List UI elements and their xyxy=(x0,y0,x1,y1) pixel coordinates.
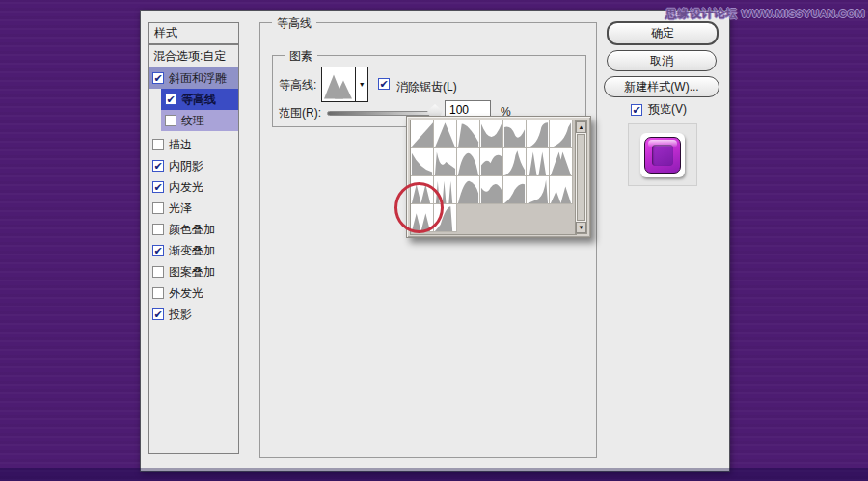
cancel-button[interactable]: 取消 xyxy=(607,50,717,71)
layer-style-dialog: 样式 混合选项:自定 ✔斜面和浮雕✔等高线纹理描边✔内阴影✔内发光光泽颜色叠加✔… xyxy=(140,10,730,472)
style-checkbox[interactable]: ✔ xyxy=(152,308,164,320)
style-checkbox[interactable] xyxy=(152,139,164,150)
style-item-5[interactable]: ✔内发光 xyxy=(149,179,238,195)
ok-button-label: 确定 xyxy=(651,25,674,41)
styles-panel-title-label: 样式 xyxy=(154,25,177,41)
scroll-up-icon[interactable]: ▲ xyxy=(576,121,586,133)
contour-preset-dropdown[interactable]: ▼ xyxy=(321,67,368,102)
style-item-6[interactable]: 光泽 xyxy=(149,200,238,216)
style-item-label: 等高线 xyxy=(181,92,216,108)
style-item-label: 光泽 xyxy=(169,200,192,217)
style-item-label: 内阴影 xyxy=(169,158,203,174)
style-item-label: 描边 xyxy=(169,137,192,153)
style-item-4[interactable]: ✔内阴影 xyxy=(149,158,238,174)
style-checkbox[interactable]: ✔ xyxy=(152,72,164,84)
site-watermark: 思缘设计论坛 WWW.MISSYUAN.COM xyxy=(665,6,865,22)
elements-group-title: 图素 xyxy=(285,48,317,65)
contour-preset-10[interactable] xyxy=(480,148,503,176)
style-item-label: 斜面和浮雕 xyxy=(169,70,227,87)
scrollbar-thumb[interactable] xyxy=(577,134,585,221)
watermark-site-name: 思缘设计论坛 xyxy=(665,7,738,20)
contour-preset-1[interactable] xyxy=(434,120,457,148)
contour-field-label: 等高线: xyxy=(279,77,316,94)
chevron-down-icon[interactable]: ▼ xyxy=(355,67,367,101)
contour-thumbnail[interactable] xyxy=(322,67,355,101)
styled-button-preview xyxy=(644,137,681,174)
contour-preset-17[interactable] xyxy=(480,176,503,204)
contour-preset-18[interactable] xyxy=(503,176,527,204)
contour-group-title: 等高线 xyxy=(272,15,316,32)
style-checkbox[interactable] xyxy=(152,287,164,299)
style-checkbox[interactable] xyxy=(152,224,164,235)
contour-preset-7[interactable] xyxy=(411,148,434,176)
blending-options-item[interactable]: 混合选项:自定 xyxy=(149,45,238,67)
range-field-label: 范围(R): xyxy=(279,105,321,121)
style-item-label: 图案叠加 xyxy=(169,264,215,281)
contour-preset-16[interactable] xyxy=(457,176,480,204)
preview-tile xyxy=(640,133,685,177)
style-checkbox[interactable] xyxy=(165,115,176,126)
styles-list: 混合选项:自定 ✔斜面和浮雕✔等高线纹理描边✔内阴影✔内发光光泽颜色叠加✔渐变叠… xyxy=(148,44,239,454)
antialias-label: 消除锯齿(L) xyxy=(396,79,457,95)
style-item-10[interactable]: 外发光 xyxy=(149,285,238,301)
style-item-1[interactable]: ✔等高线 xyxy=(161,89,238,110)
contour-preset-2[interactable] xyxy=(457,120,480,148)
contour-preset-6[interactable] xyxy=(550,120,573,148)
style-item-9[interactable]: 图案叠加 xyxy=(149,264,238,280)
antialias-checkbox[interactable]: ✔ xyxy=(378,78,390,90)
contour-groupbox: 等高线 图素 等高线: ▼ ✔ 消除锯齿(L) 范围(R): % xyxy=(259,22,597,458)
style-item-7[interactable]: 颜色叠加 xyxy=(149,222,238,237)
preview-swatch-panel xyxy=(628,123,697,186)
contour-preset-19[interactable] xyxy=(527,176,550,204)
style-item-11[interactable]: ✔投影 xyxy=(149,307,238,322)
contour-preset-12[interactable] xyxy=(527,148,550,176)
contour-preset-13[interactable] xyxy=(550,148,573,176)
style-checkbox[interactable]: ✔ xyxy=(152,181,164,193)
style-item-label: 渐变叠加 xyxy=(169,243,215,259)
style-item-label: 内发光 xyxy=(169,179,203,196)
new-style-button-label: 新建样式(W)... xyxy=(624,79,698,95)
contour-preset-11[interactable] xyxy=(503,148,527,176)
ok-button[interactable]: 确定 xyxy=(607,21,719,45)
watermark-site-url: WWW.MISSYUAN.COM xyxy=(742,8,865,19)
cancel-button-label: 取消 xyxy=(650,53,673,69)
blending-options-label: 混合选项:自定 xyxy=(153,48,226,65)
style-checkbox[interactable]: ✔ xyxy=(152,245,164,256)
style-item-label: 外发光 xyxy=(169,285,203,302)
style-item-label: 颜色叠加 xyxy=(169,222,215,238)
annotation-circle xyxy=(394,182,444,233)
style-checkbox[interactable]: ✔ xyxy=(152,160,164,172)
contour-preset-0[interactable] xyxy=(411,120,434,148)
style-checkbox[interactable] xyxy=(152,266,164,278)
style-item-2[interactable]: 纹理 xyxy=(161,110,238,131)
contour-preset-20[interactable] xyxy=(550,176,573,204)
style-item-3[interactable]: 描边 xyxy=(149,137,238,152)
preview-checkbox[interactable]: ✔ xyxy=(631,104,642,116)
style-item-8[interactable]: ✔渐变叠加 xyxy=(149,243,238,258)
contour-preset-3[interactable] xyxy=(480,120,503,148)
style-item-0[interactable]: ✔斜面和浮雕 xyxy=(149,67,238,89)
new-style-button[interactable]: 新建样式(W)... xyxy=(604,76,719,97)
style-item-label: 纹理 xyxy=(181,113,204,129)
contour-preset-9[interactable] xyxy=(457,148,480,176)
preview-checkbox-label: 预览(V) xyxy=(648,101,687,118)
contour-preset-4[interactable] xyxy=(503,120,527,148)
styles-panel-title: 样式 xyxy=(148,22,239,44)
scroll-down-icon[interactable]: ▼ xyxy=(576,222,586,233)
popup-scrollbar[interactable]: ▲ ▼ xyxy=(575,120,587,234)
style-item-label: 投影 xyxy=(169,307,192,323)
contour-preset-8[interactable] xyxy=(434,148,457,176)
style-checkbox[interactable] xyxy=(152,202,164,214)
contour-preset-5[interactable] xyxy=(527,120,550,148)
style-checkbox[interactable]: ✔ xyxy=(165,94,176,105)
